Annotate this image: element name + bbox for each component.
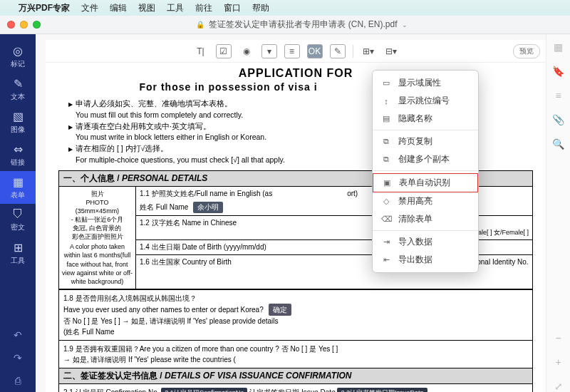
photo-cell: 照片 PHOTO (35mm×45mm) - 粘贴一张近6个月 免冠, 白色背景… bbox=[59, 187, 136, 289]
fit-icon[interactable]: ⤢ bbox=[554, 381, 563, 392]
right-rail: ▦ 🔖 ≡ 📎 🔍 − + ⤢ bbox=[546, 34, 570, 392]
minus-icon[interactable]: − bbox=[555, 332, 561, 344]
text-field-tool[interactable]: T| bbox=[193, 44, 209, 58]
thumbnails-icon[interactable]: ▦ bbox=[554, 41, 563, 53]
form-options-menu: ▭显示域属性 ↕显示跳位编号 ▤隐藏名称 ⧉跨页复制 ⧉创建多个副本 ▣表单自动… bbox=[372, 70, 479, 273]
menu-goto[interactable]: 前往 bbox=[195, 2, 212, 14]
menu-cross-page-copy[interactable]: ⧉跨页复制 bbox=[373, 133, 478, 150]
align-tool[interactable]: ⊟▾ bbox=[383, 44, 399, 58]
checkbox-tool[interactable]: ☑ bbox=[216, 44, 232, 58]
menu-hide-names[interactable]: ▤隐藏名称 bbox=[373, 110, 478, 128]
menu-help[interactable]: 帮助 bbox=[252, 2, 269, 14]
question-1-9: 1.9 是否拥有双重国籍？Are you a citizen of more t… bbox=[59, 340, 532, 368]
sidebar-item-mark[interactable]: ◎标记 bbox=[0, 40, 36, 73]
menu-export-data[interactable]: ⇤导出数据 bbox=[373, 251, 478, 269]
menu-app[interactable]: 万兴PDF专家 bbox=[19, 2, 70, 14]
lock-icon: 🔒 bbox=[196, 21, 204, 29]
print-button[interactable]: ⎙ bbox=[9, 372, 26, 389]
menu-show-field-props[interactable]: ▭显示域属性 bbox=[373, 74, 478, 92]
name-value-badge[interactable]: 余小明 bbox=[193, 202, 223, 213]
sidebar-item-redact[interactable]: ⛉密文 bbox=[0, 204, 36, 237]
menu-import-data[interactable]: ⇥导入数据 bbox=[373, 233, 478, 251]
tools-icon: ⊞ bbox=[14, 241, 23, 254]
menu-tools[interactable]: 工具 bbox=[167, 2, 184, 14]
close-button[interactable] bbox=[7, 21, 15, 29]
pencil-icon: ✎ bbox=[14, 77, 23, 91]
attachment-icon[interactable]: 📎 bbox=[552, 114, 564, 125]
menu-create-copies[interactable]: ⧉创建多个副本 bbox=[373, 150, 478, 168]
sidebar-item-image[interactable]: ▧图像 bbox=[0, 105, 36, 138]
field-1-2: 1.2 汉字姓名 Name in Chinese bbox=[136, 216, 397, 239]
plus-icon[interactable]: + bbox=[555, 356, 561, 368]
outline-icon[interactable]: ≡ bbox=[555, 90, 561, 101]
search-icon[interactable]: 🔍 bbox=[552, 138, 564, 150]
image-icon: ▧ bbox=[13, 110, 24, 123]
button-tool[interactable]: OK bbox=[307, 44, 323, 58]
target-icon: ◎ bbox=[13, 44, 23, 58]
chip-issue-date[interactable]: 2 2认定书签发日期IssueDate bbox=[337, 388, 427, 392]
menu-window[interactable]: 窗口 bbox=[224, 2, 241, 14]
mac-menubar: 万兴PDF专家 文件 编辑 视图 工具 前往 窗口 帮助 bbox=[0, 0, 570, 16]
menu-clear-form[interactable]: ⌫清除表单 bbox=[373, 210, 478, 228]
menu-show-tab-order[interactable]: ↕显示跳位编号 bbox=[373, 92, 478, 110]
undo-button[interactable]: ↶ bbox=[9, 326, 26, 344]
menu-edit[interactable]: 编辑 bbox=[110, 2, 127, 14]
sidebar-item-tools[interactable]: ⊞工具 bbox=[0, 237, 36, 269]
field-2-1: 2.1 认定号码 Confirmation No. 2 1认定号码Confirm… bbox=[59, 384, 532, 392]
sidebar-item-form[interactable]: ▦表单 bbox=[0, 171, 36, 204]
redo-button[interactable]: ↷ bbox=[9, 349, 26, 366]
sidebar-item-link[interactable]: ⇔链接 bbox=[0, 138, 36, 171]
menu-disable-highlight[interactable]: ◇禁用高亮 bbox=[373, 192, 478, 210]
radio-tool[interactable]: ◉ bbox=[239, 44, 254, 58]
field-1-4: 1.4 出生日期 Date of Birth (yyyy/mm/dd) bbox=[136, 240, 397, 254]
menu-auto-detect-form[interactable]: ▣表单自动识别 bbox=[373, 173, 478, 192]
menu-view[interactable]: 视图 bbox=[138, 2, 155, 14]
document-title: 签证签发认定申请获批者专用申请表 (CN, EN).pdf bbox=[209, 19, 397, 31]
form-toolbar: T| ☑ ◉ ▾ ≡ OK ✎ ⊞▾ ⊟▾ 预览 bbox=[46, 40, 546, 63]
window-titlebar: 🔒 签证签发认定申请获批者专用申请表 (CN, EN).pdf ⌄ bbox=[0, 16, 570, 34]
preview-button[interactable]: 预览 bbox=[513, 44, 540, 58]
menu-file[interactable]: 文件 bbox=[81, 2, 98, 14]
section-2-header: 二、签证签发认定书信息 / DETAILS OF VISA ISSUANCE C… bbox=[59, 368, 532, 384]
chip-confirmation-no[interactable]: 2 1认定号码ConfirmationNo bbox=[161, 388, 247, 392]
confirm-badge[interactable]: 确定 bbox=[269, 304, 291, 316]
dropdown-caret-icon[interactable]: ⌄ bbox=[402, 21, 408, 29]
add-tool[interactable]: ⊞▾ bbox=[361, 44, 376, 58]
link-icon: ⇔ bbox=[14, 143, 23, 156]
redact-icon: ⛉ bbox=[12, 208, 24, 221]
listbox-tool[interactable]: ≡ bbox=[284, 44, 300, 58]
left-sidebar: ◎标记 ✎文本 ▧图像 ⇔链接 ▦表单 ⛉密文 ⊞工具 ↶ ↷ ⎙ bbox=[0, 34, 36, 392]
minimize-button[interactable] bbox=[20, 21, 28, 29]
maximize-button[interactable] bbox=[33, 21, 41, 29]
dropdown-tool[interactable]: ▾ bbox=[261, 44, 277, 58]
traffic-lights bbox=[7, 21, 41, 29]
form-icon: ▦ bbox=[13, 175, 24, 189]
question-1-8: 1.8 是否曾用别名入境韩国或从韩国出境？ Have you ever used… bbox=[59, 289, 532, 340]
field-1-6: 1.6 出生国家 Country of Birth bbox=[136, 255, 397, 269]
bookmark-icon[interactable]: 🔖 bbox=[552, 66, 564, 77]
signature-tool[interactable]: ✎ bbox=[330, 44, 346, 58]
sidebar-item-text[interactable]: ✎文本 bbox=[0, 73, 36, 105]
